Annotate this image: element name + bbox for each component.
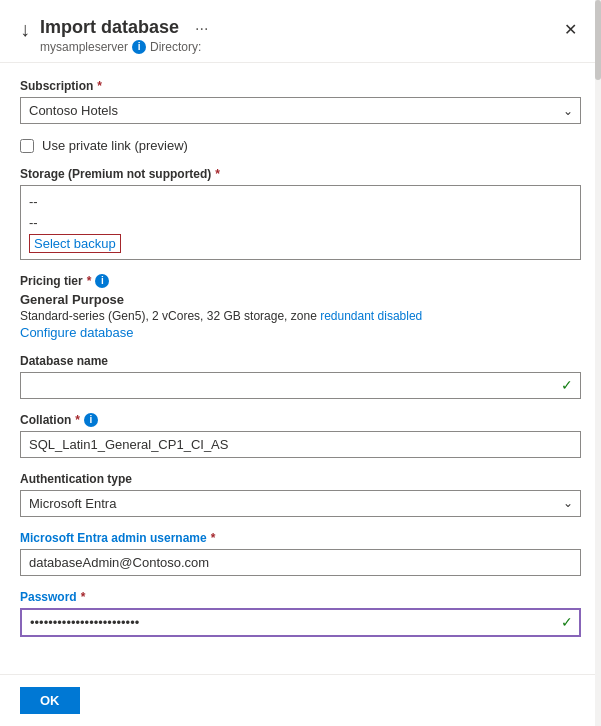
subscription-label: Subscription * [20,79,581,93]
password-check-icon: ✓ [561,614,573,630]
database-name-wrapper: ✓ [20,372,581,399]
scrollbar-track [595,0,601,726]
import-database-panel: ↓ Import database ··· mysampleserver i D… [0,0,601,726]
scrollbar-thumb[interactable] [595,0,601,80]
collation-field: Collation * i [20,413,581,458]
storage-label: Storage (Premium not supported) * [20,167,581,181]
import-icon: ↓ [20,18,30,41]
pricing-tier-details: General Purpose Standard-series (Gen5), … [20,292,581,340]
auth-type-select-wrapper: Microsoft Entra ⌄ [20,490,581,517]
password-wrapper: ✓ [20,608,581,637]
server-name: mysampleserver [40,40,128,54]
pricing-tier-label: Pricing tier * i [20,274,581,288]
auth-type-field: Authentication type Microsoft Entra ⌄ [20,472,581,517]
auth-type-label: Authentication type [20,472,581,486]
database-name-input[interactable] [20,372,581,399]
panel-footer: OK [0,674,601,726]
more-options-icon[interactable]: ··· [195,20,208,38]
required-star-storage: * [215,167,220,181]
required-star-admin: * [211,531,216,545]
panel-header: ↓ Import database ··· mysampleserver i D… [0,0,601,63]
panel-title: Import database [40,17,179,38]
required-star: * [97,79,102,93]
required-star-collation: * [75,413,80,427]
tier-name: General Purpose [20,292,581,307]
tier-detail: Standard-series (Gen5), 2 vCores, 32 GB … [20,309,581,323]
info-icon[interactable]: i [132,40,146,54]
header-left: ↓ Import database ··· mysampleserver i D… [20,16,208,54]
required-star-pricing: * [87,274,92,288]
check-icon: ✓ [561,377,573,393]
directory-label: Directory: [150,40,201,54]
admin-username-label: Microsoft Entra admin username * [20,531,581,545]
required-star-password: * [81,590,86,604]
select-backup-button[interactable]: Select backup [29,234,121,253]
pricing-info-icon[interactable]: i [95,274,109,288]
subscription-select[interactable]: Contoso Hotels [20,97,581,124]
panel-body: Subscription * Contoso Hotels ⌄ Use priv… [0,63,601,674]
password-label: Password * [20,590,581,604]
storage-line-2: -- [29,213,572,234]
subscription-field: Subscription * Contoso Hotels ⌄ [20,79,581,124]
subscription-select-wrapper: Contoso Hotels ⌄ [20,97,581,124]
header-subtitle: mysampleserver i Directory: [40,40,208,54]
storage-input-area: -- -- Select backup [20,185,581,260]
configure-database-link[interactable]: Configure database [20,325,133,340]
admin-username-wrapper [20,549,581,576]
header-title-group: Import database ··· mysampleserver i Dir… [40,16,208,54]
collation-info-icon[interactable]: i [84,413,98,427]
collation-label: Collation * i [20,413,581,427]
private-link-checkbox[interactable] [20,139,34,153]
admin-username-field: Microsoft Entra admin username * [20,531,581,576]
ok-button[interactable]: OK [20,687,80,714]
database-name-field: Database name ✓ [20,354,581,399]
admin-username-input[interactable] [20,549,581,576]
password-input[interactable] [20,608,581,637]
database-name-label: Database name [20,354,581,368]
pricing-tier-field: Pricing tier * i General Purpose Standar… [20,274,581,340]
storage-field: Storage (Premium not supported) * -- -- … [20,167,581,260]
password-field: Password * ✓ [20,590,581,637]
redundant-disabled-text: redundant disabled [320,309,422,323]
auth-type-select[interactable]: Microsoft Entra [20,490,581,517]
collation-wrapper [20,431,581,458]
storage-line-1: -- [29,192,572,213]
private-link-group: Use private link (preview) [20,138,581,153]
close-button[interactable]: ✕ [560,16,581,43]
collation-input[interactable] [20,431,581,458]
private-link-label: Use private link (preview) [42,138,188,153]
